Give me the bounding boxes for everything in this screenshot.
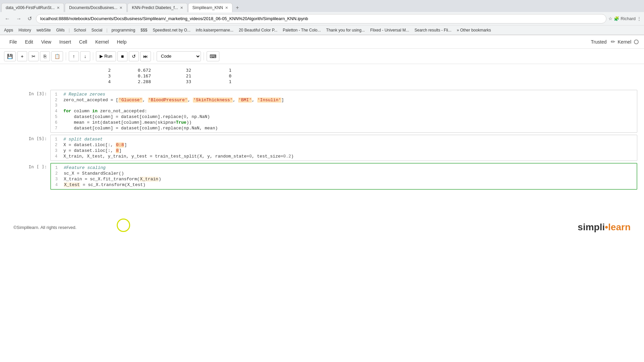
- bookmark-gms[interactable]: GMs: [55, 27, 66, 33]
- row2-col2: 32: [178, 68, 191, 73]
- line-code: zero_not_accepted = ['Glucose', 'BloodPr…: [61, 98, 637, 103]
- bookmark-flixed[interactable]: Flixed - Universal M...: [369, 27, 411, 33]
- bookmark-colors[interactable]: 20 Beautiful Color P...: [237, 27, 279, 33]
- tab-1[interactable]: data_v006-FirstFullRunSt... ✕: [1, 3, 64, 12]
- url-input[interactable]: [36, 14, 606, 23]
- tab-2[interactable]: Documents/DocsBusines... ✕: [65, 3, 127, 12]
- back-button[interactable]: ←: [3, 15, 12, 22]
- new-tab-button[interactable]: +: [233, 3, 241, 12]
- code-line-3-3: 3: [51, 103, 637, 108]
- bookmark-star-icon[interactable]: ☆: [608, 16, 612, 21]
- code-line-e-4: 4 X_test = sc_X.transform(X_test): [51, 182, 637, 188]
- code-line-e-2: 2 sc_X = StandardScaler(): [51, 171, 637, 176]
- row4-col1: 2.288: [138, 79, 151, 84]
- move-up-button[interactable]: ↑: [69, 51, 79, 61]
- code-line-3-2: 2 zero_not_accepted = ['Glucose', 'Blood…: [51, 97, 637, 103]
- tab-4-close[interactable]: ✕: [225, 6, 228, 10]
- menu-help[interactable]: Help: [113, 38, 130, 46]
- run-play-icon: ▶: [100, 54, 103, 59]
- bookmark-thankyou[interactable]: Thank you for using...: [325, 27, 366, 33]
- skip-button[interactable]: ⏭: [140, 51, 151, 61]
- browser-chrome: data_v006-FirstFullRunSt... ✕ Documents/…: [0, 0, 644, 35]
- bookmark-other[interactable]: » Other bookmarks: [455, 27, 492, 33]
- run-label: Run: [104, 54, 112, 59]
- tab-4[interactable]: Simplilearn_KNN ✕: [188, 3, 232, 12]
- simplilearn-logo: simpli•learn: [578, 222, 631, 233]
- line-num: 2: [51, 143, 61, 147]
- bookmark-programming[interactable]: programming: [110, 27, 137, 33]
- cut-button[interactable]: ✂: [29, 51, 39, 61]
- menu-edit[interactable]: Edit: [21, 38, 37, 46]
- menu-dots-icon[interactable]: ⋮: [637, 16, 641, 21]
- tab-bar: data_v006-FirstFullRunSt... ✕ Documents/…: [0, 0, 644, 12]
- reload-button[interactable]: ↺: [25, 15, 34, 22]
- keyboard-shortcuts-button[interactable]: ⌨: [207, 51, 219, 61]
- bookmark-search[interactable]: Search results - Fli...: [413, 27, 453, 33]
- cell-in5: In [5]: 1 # split dataset 2 X = dataset.…: [7, 135, 637, 161]
- trusted-button[interactable]: Trusted: [587, 38, 611, 46]
- menu-insert[interactable]: Insert: [55, 38, 75, 46]
- code-line-3-7: 7 dataset[column] = dataset[column].repl…: [51, 125, 637, 131]
- code-line-5-2: 2 X = dataset.iloc[:, 0:8]: [51, 142, 637, 148]
- code-line-5-3: 3 y = dataset.iloc[:, 8]: [51, 148, 637, 154]
- line-num: 3: [51, 148, 61, 153]
- bookmark-paletton[interactable]: Paletton - The Colo...: [281, 27, 322, 33]
- line-code: X_test = sc_X.transform(X_test): [61, 182, 637, 187]
- toolbar-sep-1: [66, 52, 66, 60]
- line-num: 2: [51, 98, 61, 103]
- line-code: mean = int(dataset[column].mean(skipna=T…: [61, 120, 637, 125]
- row3-idx: 3: [97, 73, 111, 78]
- code-line-5-1: 1 # split dataset: [51, 136, 637, 142]
- menu-kernel[interactable]: Kernel: [91, 38, 113, 46]
- code-line-e-1: 1 #Feature scaling: [51, 165, 637, 171]
- line-code: X_train = sc_X.fit_transform(X_train): [61, 177, 637, 182]
- bookmark-apps[interactable]: Apps: [3, 27, 14, 33]
- line-num: 4: [51, 154, 61, 159]
- cell-in3-body[interactable]: 1 # Replace zeroes 2 zero_not_accepted =…: [50, 90, 637, 133]
- add-cell-button[interactable]: +: [17, 51, 27, 61]
- line-num: 6: [51, 120, 61, 125]
- menu-cell[interactable]: Cell: [75, 38, 91, 46]
- save-button[interactable]: 💾: [4, 51, 16, 61]
- bookmark-kaiser[interactable]: info.kaiserpermane...: [195, 27, 235, 33]
- tab-2-close[interactable]: ✕: [119, 6, 122, 10]
- tab-1-close[interactable]: ✕: [57, 6, 60, 10]
- row2-idx: 2: [97, 68, 111, 73]
- restart-button[interactable]: ↺: [129, 51, 139, 61]
- stop-button[interactable]: ■: [117, 51, 127, 61]
- menu-file[interactable]: File: [5, 38, 21, 46]
- run-button[interactable]: ▶ Run: [96, 51, 116, 61]
- cell-in5-body[interactable]: 1 # split dataset 2 X = dataset.iloc[:, …: [50, 135, 637, 161]
- jupyter-menubar: File Edit View Insert Cell Kernel Help T…: [0, 35, 644, 49]
- kernel-label: Kernel: [618, 39, 631, 45]
- bookmark-social[interactable]: Social: [90, 27, 104, 33]
- tab-3-close[interactable]: ✕: [180, 6, 183, 10]
- bookmark-school[interactable]: School: [72, 27, 88, 33]
- paste-button[interactable]: 📋: [51, 51, 63, 61]
- extension-icon[interactable]: 🧩: [614, 16, 619, 21]
- bookmark-sss[interactable]: $$$: [139, 27, 149, 33]
- copy-button[interactable]: ⎘: [40, 51, 50, 61]
- cell-in-empty-code: 1 #Feature scaling 2 sc_X = StandardScal…: [51, 165, 637, 188]
- code-line-3-4: 4 for column in zero_not_accepted:: [51, 108, 637, 114]
- line-code: #Feature scaling: [61, 165, 637, 170]
- pencil-icon: ✏: [611, 39, 615, 45]
- line-num: 1: [51, 166, 61, 170]
- code-line-e-3: 3 X_train = sc_X.fit_transform(X_train): [51, 176, 637, 182]
- line-code: dataset[column] = dataset[column].replac…: [61, 114, 637, 119]
- forward-button[interactable]: →: [14, 15, 23, 22]
- cell-type-select[interactable]: Code Markdown Raw NBConvert: [157, 51, 201, 61]
- bookmark-history[interactable]: History: [17, 27, 32, 33]
- bookmarks-bar: Apps History webSite GMs | School Social…: [0, 25, 644, 35]
- bookmark-website[interactable]: webSite: [35, 27, 52, 33]
- menu-view[interactable]: View: [37, 38, 55, 46]
- tab-3[interactable]: KNN-Predict Diabetes_f... ✕: [127, 3, 187, 12]
- browser-actions: ☆ 🧩 Richard ⋮: [608, 16, 641, 21]
- move-down-button[interactable]: ↓: [80, 51, 90, 61]
- cell-in5-code: 1 # split dataset 2 X = dataset.iloc[:, …: [51, 136, 637, 159]
- bookmark-speedtest[interactable]: Speedtest.net by O...: [151, 27, 192, 33]
- row3-col1: 0.167: [138, 73, 151, 78]
- line-num: 1: [51, 92, 61, 97]
- profile-icon[interactable]: Richard: [621, 16, 636, 21]
- cell-in-empty-body[interactable]: 1 #Feature scaling 2 sc_X = StandardScal…: [50, 163, 637, 190]
